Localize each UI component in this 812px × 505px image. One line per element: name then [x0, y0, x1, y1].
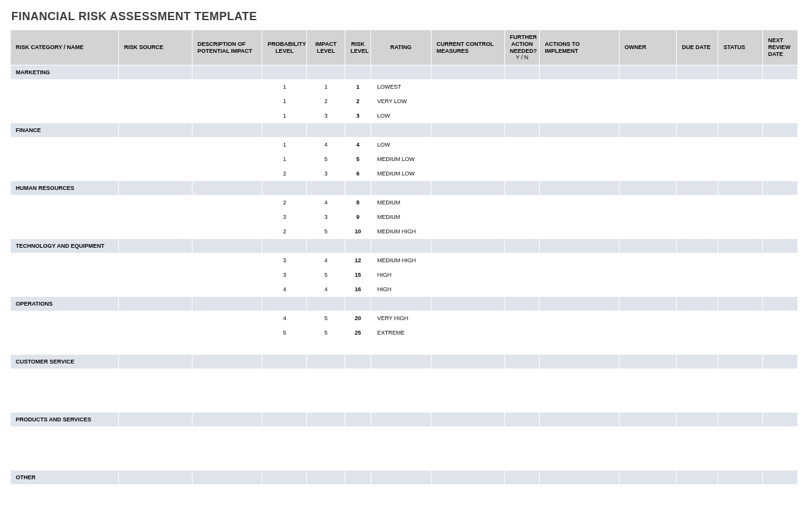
risk-source-cell[interactable] — [119, 109, 192, 123]
risk-category-cell[interactable] — [11, 427, 119, 441]
risk-source-cell[interactable] — [119, 253, 192, 268]
actions-cell[interactable] — [540, 109, 620, 123]
due-date-cell[interactable] — [677, 109, 718, 123]
due-date-cell[interactable] — [677, 210, 718, 225]
rating-cell[interactable] — [370, 340, 431, 355]
risk-source-cell[interactable] — [119, 225, 192, 239]
owner-cell[interactable] — [620, 80, 677, 94]
control-measures-cell[interactable] — [431, 253, 505, 268]
probability-cell[interactable] — [262, 384, 307, 398]
further-action-cell[interactable] — [504, 427, 540, 441]
impact-cell[interactable]: 3 — [307, 210, 345, 225]
impact-cell[interactable]: 4 — [307, 138, 345, 152]
owner-cell[interactable] — [620, 326, 677, 340]
risk-level-cell[interactable]: 4 — [345, 138, 371, 152]
description-cell[interactable] — [192, 167, 262, 181]
further-action-cell[interactable] — [504, 326, 540, 340]
probability-cell[interactable] — [262, 441, 307, 456]
status-cell[interactable] — [718, 225, 763, 239]
risk-source-cell[interactable] — [119, 268, 192, 282]
risk-category-cell[interactable] — [11, 326, 119, 340]
impact-cell[interactable] — [307, 398, 345, 413]
actions-cell[interactable] — [540, 94, 620, 109]
rating-cell[interactable]: MEDIUM HIGH — [370, 225, 431, 239]
impact-cell[interactable] — [307, 441, 345, 456]
impact-cell[interactable]: 5 — [307, 268, 345, 282]
risk-category-cell[interactable] — [11, 282, 119, 297]
impact-cell[interactable]: 5 — [307, 225, 345, 239]
further-action-cell[interactable] — [504, 138, 540, 152]
next-review-cell[interactable] — [763, 225, 798, 239]
status-cell[interactable] — [718, 268, 763, 282]
rating-cell[interactable]: EXTREME — [370, 326, 431, 340]
due-date-cell[interactable] — [677, 253, 718, 268]
rating-cell[interactable]: HIGH — [370, 282, 431, 297]
next-review-cell[interactable] — [763, 109, 798, 123]
status-cell[interactable] — [718, 210, 763, 225]
status-cell[interactable] — [718, 80, 763, 94]
rating-cell[interactable]: LOW — [370, 138, 431, 152]
rating-cell[interactable]: VERY HIGH — [370, 311, 431, 326]
owner-cell[interactable] — [620, 152, 677, 167]
next-review-cell[interactable] — [763, 427, 798, 441]
next-review-cell[interactable] — [763, 326, 798, 340]
due-date-cell[interactable] — [677, 441, 718, 456]
due-date-cell[interactable] — [677, 311, 718, 326]
description-cell[interactable] — [192, 485, 262, 499]
next-review-cell[interactable] — [763, 80, 798, 94]
risk-source-cell[interactable] — [119, 456, 192, 470]
control-measures-cell[interactable] — [431, 109, 505, 123]
risk-source-cell[interactable] — [119, 311, 192, 326]
risk-category-cell[interactable] — [11, 94, 119, 109]
due-date-cell[interactable] — [677, 456, 718, 470]
risk-source-cell[interactable] — [119, 138, 192, 152]
due-date-cell[interactable] — [677, 485, 718, 499]
risk-level-cell[interactable]: 10 — [345, 225, 371, 239]
risk-level-cell[interactable]: 2 — [345, 94, 371, 109]
risk-level-cell[interactable] — [345, 369, 371, 384]
probability-cell[interactable]: 5 — [262, 326, 307, 340]
rating-cell[interactable]: LOWEST — [370, 80, 431, 94]
description-cell[interactable] — [192, 398, 262, 413]
probability-cell[interactable] — [262, 485, 307, 499]
description-cell[interactable] — [192, 427, 262, 441]
further-action-cell[interactable] — [504, 196, 540, 210]
status-cell[interactable] — [718, 384, 763, 398]
description-cell[interactable] — [192, 340, 262, 355]
risk-source-cell[interactable] — [119, 282, 192, 297]
description-cell[interactable] — [192, 152, 262, 167]
control-measures-cell[interactable] — [431, 282, 505, 297]
actions-cell[interactable] — [540, 253, 620, 268]
status-cell[interactable] — [718, 485, 763, 499]
rating-cell[interactable] — [370, 427, 431, 441]
next-review-cell[interactable] — [763, 369, 798, 384]
risk-source-cell[interactable] — [119, 369, 192, 384]
probability-cell[interactable]: 2 — [262, 225, 307, 239]
status-cell[interactable] — [718, 311, 763, 326]
owner-cell[interactable] — [620, 340, 677, 355]
description-cell[interactable] — [192, 441, 262, 456]
impact-cell[interactable] — [307, 384, 345, 398]
probability-cell[interactable]: 3 — [262, 268, 307, 282]
next-review-cell[interactable] — [763, 167, 798, 181]
probability-cell[interactable]: 1 — [262, 80, 307, 94]
risk-level-cell[interactable] — [345, 427, 371, 441]
next-review-cell[interactable] — [763, 152, 798, 167]
status-cell[interactable] — [718, 138, 763, 152]
risk-source-cell[interactable] — [119, 427, 192, 441]
status-cell[interactable] — [718, 340, 763, 355]
risk-level-cell[interactable]: 12 — [345, 253, 371, 268]
probability-cell[interactable]: 1 — [262, 94, 307, 109]
due-date-cell[interactable] — [677, 152, 718, 167]
risk-level-cell[interactable] — [345, 398, 371, 413]
owner-cell[interactable] — [620, 456, 677, 470]
due-date-cell[interactable] — [677, 94, 718, 109]
probability-cell[interactable]: 1 — [262, 109, 307, 123]
actions-cell[interactable] — [540, 225, 620, 239]
risk-source-cell[interactable] — [119, 80, 192, 94]
description-cell[interactable] — [192, 138, 262, 152]
probability-cell[interactable] — [262, 427, 307, 441]
risk-source-cell[interactable] — [119, 210, 192, 225]
next-review-cell[interactable] — [763, 253, 798, 268]
risk-category-cell[interactable] — [11, 225, 119, 239]
